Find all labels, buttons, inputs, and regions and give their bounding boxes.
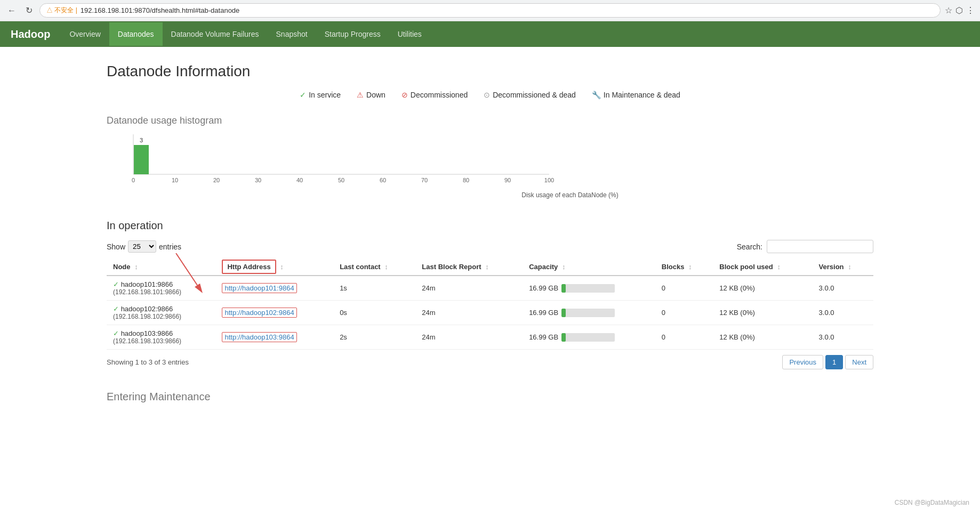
browser-chrome: ← ↻ △ 不安全 | 192.168.198.101:9870/dfsheal… <box>0 0 980 21</box>
cell-block-pool-2: 12 KB (0%) <box>713 325 812 350</box>
nav-startup-progress[interactable]: Startup Progress <box>316 22 389 46</box>
status-legend: ✓ In service ⚠ Down ⊘ Decommissioned ⊙ D… <box>107 91 873 99</box>
main-content: Datanode Information ✓ In service ⚠ Down… <box>0 47 980 419</box>
cell-last-contact-0: 1s <box>333 276 415 301</box>
reload-button[interactable]: ↻ <box>22 4 35 17</box>
cell-blocks-2: 0 <box>655 325 713 350</box>
datanodes-table: Node ↕ Http Address ↕ Last contact ↕ L <box>107 258 873 350</box>
cell-node-2: ✓ hadoop103:9866 (192.168.198.103:9866) <box>107 325 215 350</box>
nav-utilities[interactable]: Utilities <box>389 22 430 46</box>
svg-text:90: 90 <box>504 177 511 183</box>
node-status-icon-1: ✓ <box>113 305 119 313</box>
search-box: Search: <box>737 240 873 253</box>
prev-button[interactable]: Previous <box>782 355 823 369</box>
nav-snapshot[interactable]: Snapshot <box>268 22 316 46</box>
decommissioned-label: Decommissioned <box>411 91 468 99</box>
svg-text:60: 60 <box>380 177 386 183</box>
node-ip-0: (192.168.198.101:9866) <box>113 288 209 296</box>
in-service-icon: ✓ <box>300 91 306 99</box>
legend-in-service: ✓ In service <box>300 91 341 99</box>
nav-overview[interactable]: Overview <box>61 22 109 46</box>
table-row: ✓ hadoop101:9866 (192.168.198.101:9866) … <box>107 276 873 301</box>
x-axis-title: Disk usage of each DataNode (%) <box>267 191 873 199</box>
node-link-0[interactable]: hadoop101:9866 <box>121 280 173 288</box>
back-button[interactable]: ← <box>5 4 18 17</box>
table-row: ✓ hadoop102:9866 (192.168.198.102:9866) … <box>107 301 873 325</box>
browser-icons: ☆ ⬡ ⋮ <box>945 5 975 15</box>
entries-select[interactable]: 25 10 50 100 <box>128 240 156 253</box>
cell-http-2: http://hadoop103:9864 <box>215 325 333 350</box>
extensions-icon[interactable]: ⬡ <box>955 5 963 15</box>
node-link-1[interactable]: hadoop102:9866 <box>121 305 173 313</box>
cell-http-0: http://hadoop101:9864 <box>215 276 333 301</box>
table-body: ✓ hadoop101:9866 (192.168.198.101:9866) … <box>107 276 873 350</box>
down-label: Down <box>366 91 385 99</box>
http-link-2[interactable]: http://hadoop103:9864 <box>222 332 296 342</box>
svg-text:10: 10 <box>172 177 178 183</box>
http-link-0[interactable]: http://hadoop101:9864 <box>222 283 296 293</box>
cell-node-1: ✓ hadoop102:9866 (192.168.198.102:9866) <box>107 301 215 325</box>
svg-text:50: 50 <box>338 177 344 183</box>
search-input[interactable] <box>767 240 873 253</box>
col-http-address[interactable]: Http Address ↕ <box>215 258 333 276</box>
url-text: 192.168.198.101:9870/dfshealth.html#tab-… <box>81 6 240 14</box>
cell-last-contact-2: 2s <box>333 325 415 350</box>
entering-maintenance-section: Entering Maintenance <box>107 391 873 403</box>
histogram-container: 3 0 10 20 30 40 50 60 70 80 90 100 Disk … <box>107 134 873 198</box>
capacity-bar-fill-2 <box>561 333 566 342</box>
histogram-chart: 3 0 10 20 30 40 50 60 70 80 90 100 <box>117 134 555 188</box>
capacity-value-1: 16.99 GB <box>529 309 558 317</box>
cell-blocks-1: 0 <box>655 301 713 325</box>
showing-text: Showing 1 to 3 of 3 entries <box>107 358 189 366</box>
cell-node-0: ✓ hadoop101:9866 (192.168.198.101:9866) <box>107 276 215 301</box>
node-ip-2: (192.168.198.103:9866) <box>113 337 209 345</box>
capacity-value-2: 16.99 GB <box>529 333 558 341</box>
decommissioned-dead-label: Decommissioned & dead <box>493 91 576 99</box>
search-label: Search: <box>737 243 762 251</box>
pagination: Showing 1 to 3 of 3 entries Previous 1 N… <box>107 355 873 369</box>
capacity-bar-bg-0 <box>561 284 615 293</box>
node-link-2[interactable]: hadoop103:9866 <box>121 329 173 337</box>
legend-decommissioned: ⊘ Decommissioned <box>401 91 468 99</box>
http-col-header-box: Http Address <box>222 260 276 274</box>
cell-last-contact-1: 0s <box>333 301 415 325</box>
entries-label: entries <box>159 243 181 251</box>
col-block-pool-used[interactable]: Block pool used ↕ <box>713 258 812 276</box>
col-node[interactable]: Node ↕ <box>107 258 215 276</box>
svg-text:40: 40 <box>296 177 303 183</box>
nav-datanodes[interactable]: Datanodes <box>109 22 163 46</box>
table-controls: Show 25 10 50 100 entries Search: <box>107 240 873 253</box>
svg-text:20: 20 <box>213 177 220 183</box>
next-button[interactable]: Next <box>845 355 873 369</box>
legend-maintenance: 🔧 In Maintenance & dead <box>592 91 680 99</box>
col-version[interactable]: Version ↕ <box>813 258 873 276</box>
svg-text:80: 80 <box>463 177 469 183</box>
legend-down: ⚠ Down <box>357 91 385 99</box>
page-1-button[interactable]: 1 <box>825 355 843 369</box>
svg-text:0: 0 <box>132 177 135 183</box>
capacity-bar-fill-0 <box>561 284 566 293</box>
menu-icon[interactable]: ⋮ <box>966 5 975 15</box>
cell-version-2: 3.0.0 <box>813 325 873 350</box>
col-blocks[interactable]: Blocks ↕ <box>655 258 713 276</box>
entering-maintenance-title: Entering Maintenance <box>107 391 873 403</box>
cell-block-pool-1: 12 KB (0%) <box>713 301 812 325</box>
svg-text:30: 30 <box>255 177 261 183</box>
table-with-annotation: Node ↕ Http Address ↕ Last contact ↕ L <box>107 258 873 350</box>
star-icon[interactable]: ☆ <box>945 5 952 15</box>
table-row: ✓ hadoop103:9866 (192.168.198.103:9866) … <box>107 325 873 350</box>
nav-volume-failures[interactable]: Datanode Volume Failures <box>163 22 268 46</box>
histogram-bar <box>134 145 149 174</box>
cell-http-1: http://hadoop102:9864 <box>215 301 333 325</box>
col-capacity[interactable]: Capacity ↕ <box>523 258 655 276</box>
navbar: Hadoop Overview Datanodes Datanode Volum… <box>0 21 980 47</box>
page-buttons: Previous 1 Next <box>782 355 873 369</box>
histogram-title: Datanode usage histogram <box>107 115 873 126</box>
cell-capacity-2: 16.99 GB <box>523 325 655 350</box>
in-operation-section: In operation Show 25 10 50 100 entries S… <box>107 220 873 369</box>
decommissioned-icon: ⊘ <box>401 91 408 99</box>
col-last-contact[interactable]: Last contact ↕ <box>333 258 415 276</box>
http-link-1[interactable]: http://hadoop102:9864 <box>222 308 296 318</box>
col-last-block-report[interactable]: Last Block Report ↕ <box>415 258 523 276</box>
node-status-icon-2: ✓ <box>113 329 119 337</box>
